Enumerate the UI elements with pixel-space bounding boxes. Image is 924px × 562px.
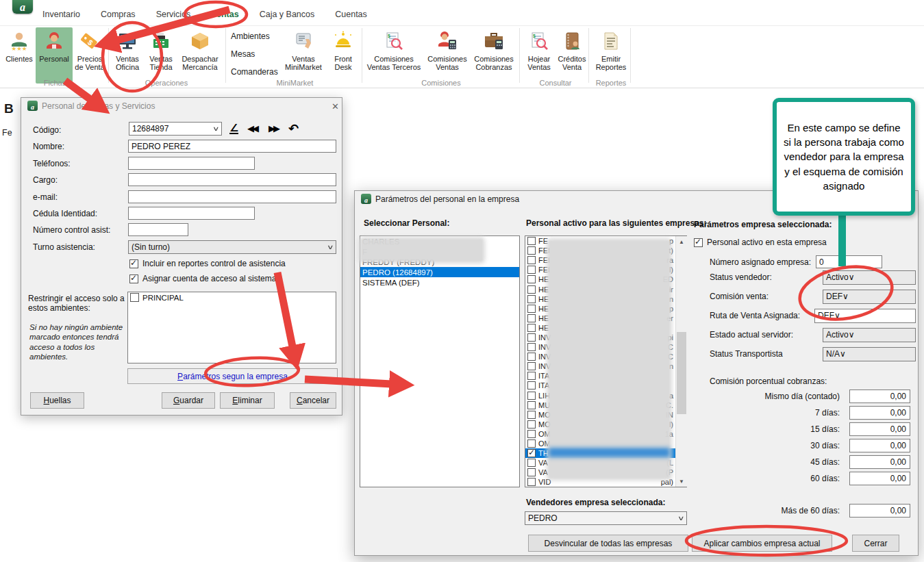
close-icon[interactable]: ✕ (332, 101, 339, 112)
ribbon-emitir-reportes[interactable]: Emitir Reportes (592, 27, 630, 84)
company-checkbox[interactable] (527, 266, 536, 274)
personal-list-item[interactable]: SISTEMA (DEF) (360, 277, 519, 288)
personal-list-item[interactable]: PEDRO (12684897) (360, 267, 519, 277)
guardar-button[interactable]: Guardar (162, 392, 215, 409)
numero-control-input[interactable] (128, 223, 188, 236)
ribbon-precios-de-venta[interactable]: $ Precios de Venta (73, 27, 107, 84)
cancelar-button[interactable]: Cancelar (290, 392, 336, 409)
company-checkbox[interactable] (527, 381, 536, 389)
menu-cuentas[interactable]: Cuentas (335, 10, 367, 19)
amount-input[interactable]: 0,00 (849, 472, 910, 485)
cerrar-button[interactable]: Cerrar (852, 535, 899, 552)
company-checkbox[interactable] (527, 430, 536, 438)
ribbon-comisiones-cobranzas[interactable]: Comisiones Cobranzas (471, 27, 517, 84)
company-checkbox[interactable] (527, 353, 536, 361)
company-checkbox[interactable] (527, 237, 536, 245)
menu-ventas[interactable]: Ventas (211, 10, 238, 19)
checkbox-checked[interactable] (129, 274, 138, 283)
codigo-combobox[interactable]: 12684897∨ (129, 122, 222, 136)
company-checkbox[interactable] (527, 372, 536, 380)
dropdown[interactable]: N/A∨ (823, 347, 916, 361)
company-checkbox[interactable] (527, 285, 536, 294)
ribbon-comisiones-ventas-terceros[interactable]: $ Comisiones Ventas Terceros (365, 27, 423, 84)
ribbon-personal[interactable]: Personal (36, 27, 73, 84)
dropdown[interactable]: Activo∨ (823, 270, 916, 285)
company-checkbox[interactable] (527, 411, 536, 419)
company-checkbox[interactable] (527, 295, 536, 303)
company-checkbox[interactable] (527, 449, 536, 457)
ribbon-ventas-minimarket[interactable]: Ventas MiniMarket (281, 27, 326, 84)
ambientes-listbox[interactable]: PRINCIPAL (127, 292, 336, 363)
nombre-input[interactable]: PEDRO PEREZ (128, 140, 336, 153)
ribbon-ventas-tienda[interactable]: Ventas Tienda (145, 27, 177, 84)
cedula-input[interactable] (128, 207, 255, 220)
undo-icon[interactable]: ↶ (288, 121, 299, 136)
ribbon-ventas-oficina[interactable]: Ventas Oficina (111, 27, 144, 84)
cargo-input[interactable] (128, 173, 336, 186)
menu-servicios[interactable]: Servicios (156, 10, 191, 19)
next-record-icon[interactable]: ▶▶ (269, 123, 278, 133)
company-checkbox[interactable] (527, 314, 536, 322)
company-checkbox[interactable] (527, 439, 536, 448)
amount-input[interactable]: 0,00 (849, 455, 910, 469)
company-checkbox[interactable] (527, 401, 536, 409)
amount-input[interactable]: 0,00 (849, 422, 910, 436)
telefonos-input[interactable] (128, 157, 255, 170)
dropdown[interactable]: Activo∨ (823, 328, 916, 342)
turno-select[interactable]: (Sin turno)∨ (128, 240, 336, 254)
company-checkbox[interactable] (527, 459, 536, 467)
restriction-note: Si no hay ningún ambiente marcado entonc… (29, 322, 134, 362)
checkbox-checked[interactable] (129, 259, 138, 268)
company-checkbox[interactable] (527, 333, 536, 342)
ribbon-creditos-venta[interactable]: Créditos Venta (555, 27, 588, 84)
company-checkbox[interactable] (527, 420, 536, 429)
scroll-up-icon[interactable]: ▲ (676, 236, 687, 247)
dropdown[interactable]: DEF∨ (814, 309, 916, 323)
amount-input[interactable]: 0,00 (849, 439, 910, 452)
company-checkbox[interactable] (527, 246, 536, 255)
company-name-fragment: HE (538, 275, 549, 283)
eliminar-button[interactable]: Eliminar (220, 392, 275, 409)
company-checkbox[interactable] (527, 478, 536, 486)
menu-inventario[interactable]: Inventario (42, 10, 80, 19)
company-checkbox[interactable] (527, 362, 536, 370)
ribbon-comisiones-ventas[interactable]: Comisiones Ventas (424, 27, 471, 84)
menu-compras[interactable]: Compras (101, 10, 136, 19)
company-checkbox[interactable] (527, 468, 536, 476)
amount-input[interactable]: 0,00 (849, 406, 910, 420)
company-checkbox[interactable] (527, 324, 536, 332)
checkbox-checked[interactable] (694, 238, 703, 247)
aplicar-cambios-button[interactable]: Aplicar cambios empresa actual (692, 535, 832, 552)
ribbon-front-desk[interactable]: Front Desk (327, 27, 359, 84)
amount-input[interactable]: 0,00 (849, 504, 910, 518)
previous-record-icon[interactable]: ◀◀ (247, 123, 257, 133)
email-input[interactable] (128, 190, 336, 203)
ambiente-row[interactable]: PRINCIPAL (128, 292, 336, 303)
huellas-button[interactable]: Huellas (30, 392, 84, 409)
company-checkbox[interactable] (527, 305, 536, 313)
sign-icon[interactable]: ∠ (229, 123, 238, 134)
cobranzas-fields: Mismo día (contado) 0,00 7 días: 0,00 15… (642, 389, 910, 520)
ribbon-ambientes[interactable]: Ambientes (231, 27, 280, 45)
menu-caja-y-bancos[interactable]: Caja y Bancos (260, 10, 315, 19)
numero-asignado-input[interactable]: 0 (816, 255, 882, 268)
ribbon-hojear-ventas[interactable]: $ Hojear Ventas (523, 27, 555, 84)
checkbox[interactable] (130, 293, 139, 302)
company-checkbox[interactable] (527, 275, 536, 283)
personal-activo-checkbox-row[interactable]: Personal activo en esta empresa (694, 238, 827, 247)
asignar-cuenta-checkbox-row[interactable]: Asignar cuenta de acceso al sistema (129, 274, 276, 283)
company-checkbox[interactable] (527, 392, 536, 400)
company-checkbox[interactable] (527, 256, 536, 264)
amount-input[interactable]: 0,00 (849, 389, 910, 403)
monitor-icon (117, 27, 138, 55)
personal-listbox[interactable]: CHARLES F FREDDY (FREDDY) PEDRO (1268489… (360, 235, 520, 487)
dropdown[interactable]: DEF∨ (823, 290, 916, 304)
ribbon-despachar-mercancia[interactable]: Despachar Mercancía (178, 27, 222, 84)
ribbon-clientes[interactable]: ★★★ Clientes (3, 27, 36, 84)
company-checkbox[interactable] (527, 343, 536, 351)
ribbon-mesas[interactable]: Mesas (231, 45, 280, 63)
dialog1-titlebar[interactable]: a Personal de Ventas y Servicios ✕ (21, 98, 342, 114)
parametros-empresa-button[interactable]: Parámetros segun la empresa (127, 368, 338, 384)
desvincular-button[interactable]: Desvincular de todas las empresas (528, 535, 688, 552)
incluir-reportes-checkbox-row[interactable]: Incluir en reportes control de asistenci… (129, 259, 286, 268)
